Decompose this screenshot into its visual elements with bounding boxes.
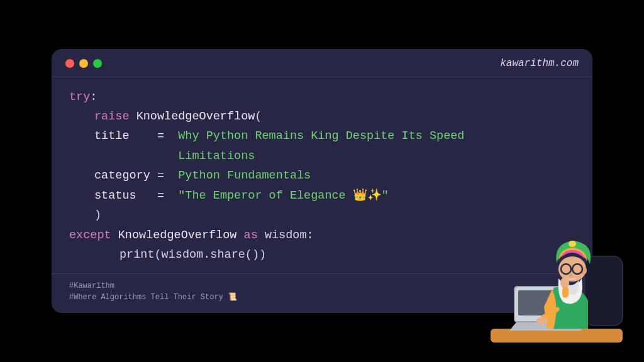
site-label: kawarithm.com [500, 58, 579, 69]
keyword-except: except [69, 229, 111, 242]
code-line: raise KnowledgeOverflow( [69, 107, 575, 126]
code-line: title = Why Python Remains King Despite … [69, 126, 575, 146]
keyword-raise: raise [94, 110, 130, 123]
code-line: Limitations [69, 146, 575, 166]
status-value: "The Emperor of Elegance 👑✨" [178, 189, 389, 202]
category-value: Python Fundamentals [178, 169, 311, 182]
keyword-as: as [244, 229, 258, 242]
code-line: status = "The Emperor of Elegance 👑✨" [69, 186, 575, 206]
minimize-icon[interactable] [79, 59, 88, 68]
arg-status: status [94, 189, 136, 202]
svg-rect-0 [585, 256, 623, 326]
close-icon[interactable] [65, 59, 74, 68]
arg-category: category [94, 169, 150, 182]
keyword-try: try [69, 90, 90, 104]
class-name: KnowledgeOverflow [136, 110, 255, 123]
code-line: category = Python Fundamentals [69, 166, 575, 185]
svg-rect-12 [562, 287, 569, 298]
print-call: print(wisdom.share()) [119, 248, 266, 261]
traffic-lights [65, 59, 102, 68]
svg-rect-1 [491, 329, 623, 343]
svg-point-7 [569, 241, 576, 247]
svg-point-4 [536, 317, 548, 324]
title-value-cont: Limitations [178, 150, 255, 163]
mascot-illustration [484, 219, 629, 351]
titlebar: kawarithm.com [52, 49, 592, 77]
code-line: try: [69, 87, 575, 107]
title-value: Why Python Remains King Despite Its Spee… [178, 129, 464, 143]
maximize-icon[interactable] [93, 59, 102, 68]
arg-title: title [94, 129, 130, 143]
